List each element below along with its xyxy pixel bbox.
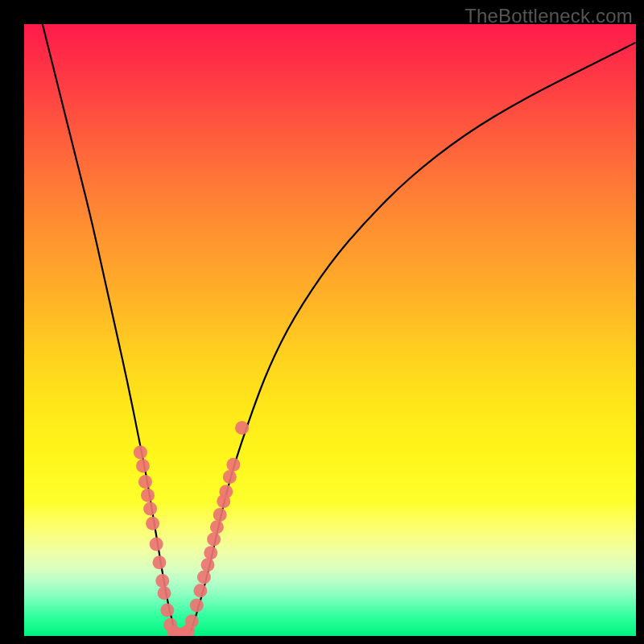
scatter-point xyxy=(204,546,217,559)
scatter-point xyxy=(213,508,227,522)
scatter-point xyxy=(197,571,211,584)
chart-frame: TheBottleneck.com xyxy=(0,0,644,644)
scatter-point xyxy=(235,421,249,435)
bottleneck-curve xyxy=(43,24,636,636)
scatter-point xyxy=(226,458,240,472)
plot-area xyxy=(24,24,636,636)
scatter-point xyxy=(201,558,215,572)
scatter-point xyxy=(158,586,171,600)
scatter-point xyxy=(185,614,199,628)
scatter-point xyxy=(141,489,155,502)
scatter-point xyxy=(210,520,224,534)
scatter-point xyxy=(150,538,163,551)
watermark-text: TheBottleneck.com xyxy=(464,5,633,27)
curve-line xyxy=(43,24,636,636)
scatter-points xyxy=(134,421,249,636)
scatter-point xyxy=(143,502,157,515)
scatter-point xyxy=(136,459,150,473)
scatter-point xyxy=(219,485,233,498)
scatter-point xyxy=(223,470,237,484)
scatter-point xyxy=(152,555,166,569)
scatter-point xyxy=(146,517,159,530)
scatter-point xyxy=(207,532,221,546)
scatter-point xyxy=(138,475,152,489)
scatter-point xyxy=(155,574,169,588)
scatter-point xyxy=(134,446,147,460)
scatter-point xyxy=(160,604,174,617)
scatter-point xyxy=(193,584,207,597)
chart-svg xyxy=(24,24,636,636)
scatter-point xyxy=(190,599,204,613)
